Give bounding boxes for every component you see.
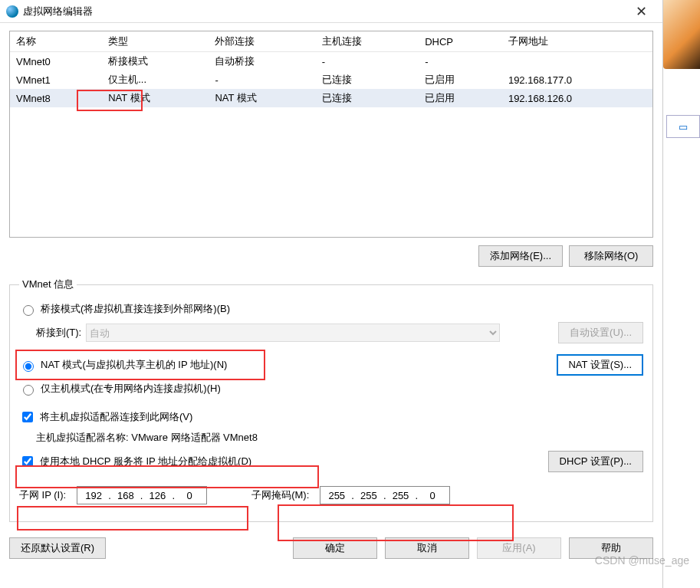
table-buttons-row: 添加网络(E)... 移除网络(O) xyxy=(9,245,653,267)
ip-octet-3[interactable] xyxy=(144,489,170,502)
col-subnet[interactable]: 子网地址 xyxy=(502,31,652,52)
mask-octet-3[interactable] xyxy=(388,489,414,502)
subnet-mask-label: 子网掩码(M): xyxy=(251,488,309,502)
bridge-mode-text: 桥接模式(将虚拟机直接连接到外部网络)(B) xyxy=(41,302,230,316)
nat-mode-radio-label[interactable]: NAT 模式(与虚拟机共享主机的 IP 地址)(N) xyxy=(19,358,227,372)
cell-name: VMnet0 xyxy=(10,52,102,71)
col-dhcp[interactable]: DHCP xyxy=(419,31,502,52)
cell-type: 仅主机... xyxy=(102,71,209,89)
dhcp-checkbox-text: 使用本地 DHCP 服务将 IP 地址分配给虚拟机(D) xyxy=(40,455,251,468)
apply-button: 应用(A) xyxy=(477,537,561,559)
cell-ext: NAT 模式 xyxy=(209,89,315,107)
nat-settings-button[interactable]: NAT 设置(S)... xyxy=(557,354,643,376)
dhcp-settings-button[interactable]: DHCP 设置(P)... xyxy=(548,451,643,472)
col-host[interactable]: 主机连接 xyxy=(316,31,419,52)
bridge-to-label: 桥接到(T): xyxy=(36,326,81,340)
app-icon xyxy=(6,5,18,18)
table-row[interactable]: VMnet1 仅主机... - 已连接 已启用 192.168.177.0 xyxy=(10,71,652,89)
adapter-name-label: 主机虚拟适配器名称: VMware 网络适配器 VMnet8 xyxy=(36,431,258,445)
virtual-network-editor-dialog: 虚拟网络编辑器 ✕ 名称 类型 外部连接 主机连接 DHCP 子网地址 xyxy=(0,0,663,588)
remove-network-button[interactable]: 移除网络(O) xyxy=(569,245,653,267)
nat-mode-radio[interactable] xyxy=(23,361,34,372)
watermark-text: CSDN @muse_age xyxy=(595,554,689,567)
ip-octet-4[interactable] xyxy=(176,489,202,502)
hostonly-mode-radio[interactable] xyxy=(23,385,34,396)
col-external[interactable]: 外部连接 xyxy=(209,31,315,52)
subnet-ip-label: 子网 IP (I): xyxy=(19,488,66,502)
close-icon[interactable]: ✕ xyxy=(626,3,656,20)
subnet-ip-input[interactable]: . . . xyxy=(77,486,207,504)
table-header-row: 名称 类型 外部连接 主机连接 DHCP 子网地址 xyxy=(10,31,652,52)
cell-subnet: 192.168.177.0 xyxy=(502,71,652,89)
cell-name: VMnet8 xyxy=(10,89,102,107)
dialog-footer: 还原默认设置(R) 确定 取消 应用(A) 帮助 xyxy=(0,530,662,567)
cell-ext: - xyxy=(209,71,315,89)
ip-octet-2[interactable] xyxy=(113,489,139,502)
cell-type: NAT 模式 xyxy=(102,89,209,107)
cell-subnet: 192.168.126.0 xyxy=(502,89,652,107)
cell-dhcp: - xyxy=(419,52,502,71)
auto-settings-button: 自动设置(U)... xyxy=(558,322,643,343)
hostonly-mode-text: 仅主机模式(在专用网络内连接虚拟机)(H) xyxy=(41,382,221,396)
table-row-selected[interactable]: VMnet8 NAT 模式 NAT 模式 已连接 已启用 192.168.126… xyxy=(10,89,652,107)
cell-dhcp: 已启用 xyxy=(419,71,502,89)
window-title: 虚拟网络编辑器 xyxy=(23,5,626,18)
cancel-button[interactable]: 取消 xyxy=(385,537,469,559)
dhcp-checkbox-label[interactable]: 使用本地 DHCP 服务将 IP 地址分配给虚拟机(D) xyxy=(19,454,251,469)
network-table[interactable]: 名称 类型 外部连接 主机连接 DHCP 子网地址 VMnet0 桥接模式 自动… xyxy=(10,31,652,107)
restore-defaults-button[interactable]: 还原默认设置(R) xyxy=(9,537,106,559)
cell-name: VMnet1 xyxy=(10,71,102,89)
mask-octet-1[interactable] xyxy=(324,489,350,502)
connect-host-text: 将主机虚拟适配器连接到此网络(V) xyxy=(40,410,192,424)
vmnet-info-group: VMnet 信息 桥接模式(将虚拟机直接连接到外部网络)(B) 桥接到(T): … xyxy=(9,278,653,522)
cell-dhcp: 已启用 xyxy=(419,89,502,107)
bridge-to-select: 自动 xyxy=(86,324,500,342)
mask-octet-4[interactable] xyxy=(419,489,445,502)
cell-subnet xyxy=(502,52,652,71)
bridge-mode-radio[interactable] xyxy=(23,305,34,316)
titlebar: 虚拟网络编辑器 ✕ xyxy=(0,0,662,23)
cell-host: 已连接 xyxy=(316,71,419,89)
network-table-container: 名称 类型 外部连接 主机连接 DHCP 子网地址 VMnet0 桥接模式 自动… xyxy=(9,31,653,238)
cell-type: 桥接模式 xyxy=(102,52,209,71)
dhcp-checkbox[interactable] xyxy=(22,456,33,467)
add-network-button[interactable]: 添加网络(E)... xyxy=(478,245,563,267)
cell-host: 已连接 xyxy=(316,89,419,107)
connect-host-checkbox[interactable] xyxy=(22,412,33,422)
col-type[interactable]: 类型 xyxy=(102,31,209,52)
col-name[interactable]: 名称 xyxy=(10,31,102,52)
ip-octet-1[interactable] xyxy=(81,489,107,502)
cell-host: - xyxy=(316,52,419,71)
vmnet-info-legend: VMnet 信息 xyxy=(19,278,77,291)
nat-mode-text: NAT 模式(与虚拟机共享主机的 IP 地址)(N) xyxy=(41,358,227,372)
background-thumbnail xyxy=(663,0,700,69)
connect-host-checkbox-label[interactable]: 将主机虚拟适配器连接到此网络(V) xyxy=(19,409,192,425)
subnet-mask-input[interactable]: . . . xyxy=(320,486,450,504)
ok-button[interactable]: 确定 xyxy=(293,537,377,559)
bridge-mode-radio-label[interactable]: 桥接模式(将虚拟机直接连接到外部网络)(B) xyxy=(19,302,230,316)
cell-ext: 自动桥接 xyxy=(209,52,315,71)
window-icon: ▭ xyxy=(666,115,700,138)
hostonly-mode-radio-label[interactable]: 仅主机模式(在专用网络内连接虚拟机)(H) xyxy=(19,382,221,396)
table-row[interactable]: VMnet0 桥接模式 自动桥接 - - xyxy=(10,52,652,71)
mask-octet-2[interactable] xyxy=(356,489,382,502)
